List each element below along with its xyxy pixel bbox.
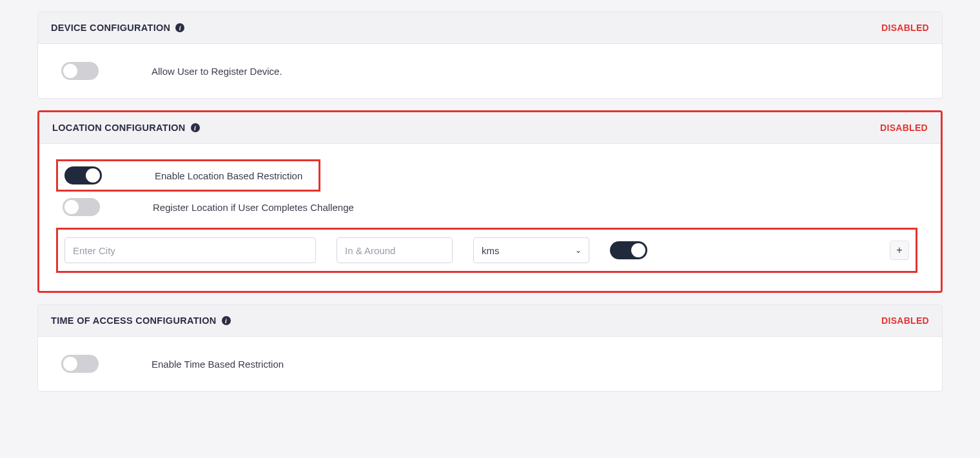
location-configuration-panel: LOCATION CONFIGURATION i DISABLED Enable… — [37, 110, 943, 293]
time-config-header: TIME OF ACCESS CONFIGURATION i DISABLED — [38, 305, 942, 337]
location-config-title-text: LOCATION CONFIGURATION — [52, 123, 186, 133]
time-of-access-panel: TIME OF ACCESS CONFIGURATION i DISABLED … — [37, 304, 943, 392]
time-config-status: DISABLED — [881, 315, 929, 326]
info-icon[interactable]: i — [222, 316, 231, 325]
toggle-knob — [63, 64, 77, 78]
city-input[interactable] — [64, 237, 316, 263]
device-config-status: DISABLED — [881, 23, 929, 33]
enable-time-restriction-row: Enable Time Based Restriction — [61, 355, 919, 373]
register-location-on-challenge-toggle[interactable] — [63, 198, 100, 216]
enable-time-restriction-toggle[interactable] — [61, 355, 99, 373]
allow-register-device-toggle[interactable] — [61, 62, 99, 80]
register-location-on-challenge-row: Register Location if User Completes Chal… — [63, 198, 917, 216]
location-config-status: DISABLED — [880, 123, 928, 133]
allow-register-device-label: Allow User to Register Device. — [152, 66, 282, 77]
location-config-body: Enable Location Based Restriction Regist… — [39, 144, 941, 291]
location-row-toggle[interactable] — [610, 241, 647, 259]
enable-location-restriction-toggle[interactable] — [64, 166, 102, 184]
allow-register-device-row: Allow User to Register Device. — [61, 62, 919, 80]
location-config-title: LOCATION CONFIGURATION i — [52, 123, 200, 133]
register-location-on-challenge-label: Register Location if User Completes Chal… — [153, 202, 354, 213]
location-entry-row: kms ⌄ + — [64, 237, 909, 263]
toggle-knob — [64, 200, 79, 214]
toggle-knob — [86, 168, 100, 183]
enable-time-restriction-label: Enable Time Based Restriction — [152, 359, 284, 370]
toggle-knob — [631, 243, 645, 257]
time-config-title: TIME OF ACCESS CONFIGURATION i — [51, 315, 231, 326]
toggle-knob — [63, 357, 77, 371]
in-and-around-input[interactable] — [337, 237, 453, 263]
plus-icon: + — [896, 244, 902, 256]
enable-location-restriction-row: Enable Location Based Restriction — [56, 159, 320, 192]
device-configuration-panel: DEVICE CONFIGURATION i DISABLED Allow Us… — [37, 12, 943, 99]
info-icon[interactable]: i — [191, 123, 200, 132]
location-entry-row-highlight: kms ⌄ + — [56, 228, 917, 273]
unit-select-wrap: kms ⌄ — [473, 237, 589, 263]
unit-select[interactable]: kms — [473, 237, 589, 263]
device-config-title-text: DEVICE CONFIGURATION — [51, 23, 170, 33]
device-config-header: DEVICE CONFIGURATION i DISABLED — [38, 12, 942, 44]
add-location-button[interactable]: + — [890, 241, 909, 260]
info-icon[interactable]: i — [175, 23, 184, 32]
device-config-body: Allow User to Register Device. — [38, 44, 942, 98]
location-config-header: LOCATION CONFIGURATION i DISABLED — [39, 112, 941, 144]
time-config-body: Enable Time Based Restriction — [38, 337, 942, 391]
time-config-title-text: TIME OF ACCESS CONFIGURATION — [51, 315, 217, 326]
device-config-title: DEVICE CONFIGURATION i — [51, 23, 184, 33]
enable-location-restriction-label: Enable Location Based Restriction — [155, 170, 302, 181]
